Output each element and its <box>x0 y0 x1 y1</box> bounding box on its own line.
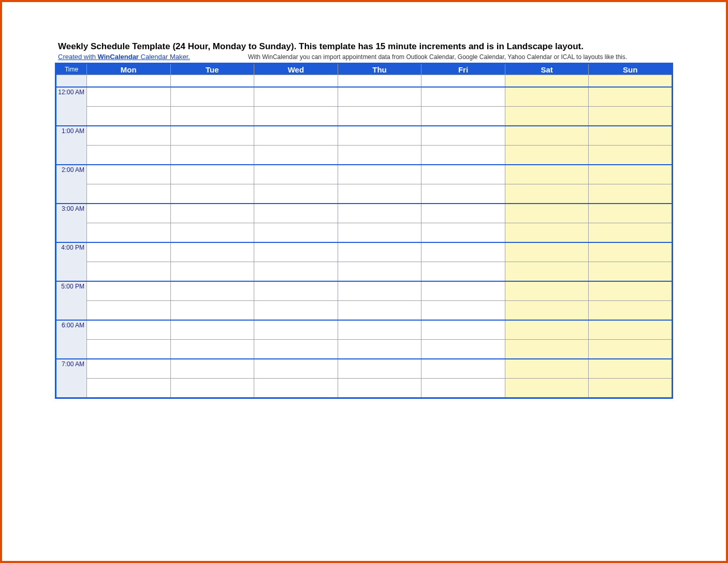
schedule-cell[interactable] <box>170 359 254 379</box>
schedule-cell[interactable] <box>421 281 505 301</box>
schedule-cell[interactable] <box>254 184 338 204</box>
schedule-cell[interactable] <box>421 340 505 359</box>
schedule-cell[interactable] <box>254 223 338 243</box>
schedule-cell[interactable] <box>505 281 589 301</box>
schedule-cell[interactable] <box>338 281 421 301</box>
schedule-cell[interactable] <box>589 281 673 301</box>
schedule-cell[interactable] <box>421 126 505 146</box>
schedule-cell[interactable] <box>338 107 421 126</box>
schedule-cell[interactable] <box>87 320 171 340</box>
schedule-cell[interactable] <box>505 242 589 262</box>
schedule-cell[interactable] <box>589 242 673 262</box>
schedule-cell[interactable] <box>421 379 505 398</box>
schedule-cell[interactable] <box>338 126 421 146</box>
schedule-cell[interactable] <box>338 75 421 88</box>
schedule-cell[interactable] <box>589 184 673 204</box>
schedule-cell[interactable] <box>170 223 254 243</box>
schedule-cell[interactable] <box>589 301 673 321</box>
schedule-cell[interactable] <box>254 165 338 184</box>
schedule-cell[interactable] <box>254 75 338 88</box>
schedule-cell[interactable] <box>87 107 171 126</box>
schedule-cell[interactable] <box>170 126 254 146</box>
schedule-cell[interactable] <box>254 242 338 262</box>
schedule-cell[interactable] <box>421 87 505 107</box>
schedule-cell[interactable] <box>589 165 673 184</box>
schedule-cell[interactable] <box>421 165 505 184</box>
schedule-cell[interactable] <box>505 340 589 359</box>
schedule-cell[interactable] <box>589 146 673 165</box>
schedule-cell[interactable] <box>505 165 589 184</box>
schedule-cell[interactable] <box>170 281 254 301</box>
schedule-cell[interactable] <box>421 146 505 165</box>
schedule-cell[interactable] <box>338 340 421 359</box>
schedule-cell[interactable] <box>505 184 589 204</box>
credit-link[interactable]: Created with WinCalendar Calendar Maker. <box>58 53 190 61</box>
schedule-cell[interactable] <box>254 281 338 301</box>
schedule-cell[interactable] <box>170 379 254 398</box>
schedule-cell[interactable] <box>421 184 505 204</box>
schedule-cell[interactable] <box>338 204 421 223</box>
schedule-cell[interactable] <box>87 359 171 379</box>
schedule-cell[interactable] <box>254 340 338 359</box>
schedule-cell[interactable] <box>170 184 254 204</box>
schedule-cell[interactable] <box>338 87 421 107</box>
schedule-cell[interactable] <box>589 75 673 88</box>
schedule-cell[interactable] <box>170 340 254 359</box>
schedule-cell[interactable] <box>254 359 338 379</box>
schedule-cell[interactable] <box>505 126 589 146</box>
schedule-cell[interactable] <box>589 262 673 282</box>
schedule-cell[interactable] <box>254 126 338 146</box>
schedule-cell[interactable] <box>170 146 254 165</box>
schedule-cell[interactable] <box>254 204 338 223</box>
schedule-cell[interactable] <box>505 107 589 126</box>
schedule-cell[interactable] <box>421 262 505 282</box>
schedule-cell[interactable] <box>338 165 421 184</box>
schedule-cell[interactable] <box>254 87 338 107</box>
schedule-cell[interactable] <box>421 75 505 88</box>
schedule-cell[interactable] <box>170 107 254 126</box>
schedule-cell[interactable] <box>87 262 171 282</box>
schedule-cell[interactable] <box>170 75 254 88</box>
schedule-cell[interactable] <box>338 379 421 398</box>
schedule-cell[interactable] <box>87 165 171 184</box>
schedule-cell[interactable] <box>338 242 421 262</box>
schedule-cell[interactable] <box>421 359 505 379</box>
schedule-cell[interactable] <box>338 301 421 321</box>
schedule-cell[interactable] <box>338 146 421 165</box>
schedule-cell[interactable] <box>254 301 338 321</box>
schedule-cell[interactable] <box>421 301 505 321</box>
schedule-cell[interactable] <box>589 340 673 359</box>
schedule-cell[interactable] <box>589 359 673 379</box>
schedule-cell[interactable] <box>338 223 421 243</box>
schedule-cell[interactable] <box>505 320 589 340</box>
schedule-cell[interactable] <box>505 146 589 165</box>
schedule-cell[interactable] <box>170 262 254 282</box>
schedule-cell[interactable] <box>505 262 589 282</box>
schedule-cell[interactable] <box>505 359 589 379</box>
schedule-cell[interactable] <box>87 242 171 262</box>
schedule-cell[interactable] <box>87 301 171 321</box>
schedule-cell[interactable] <box>254 107 338 126</box>
schedule-cell[interactable] <box>87 340 171 359</box>
schedule-cell[interactable] <box>87 146 171 165</box>
schedule-cell[interactable] <box>170 165 254 184</box>
schedule-cell[interactable] <box>87 126 171 146</box>
schedule-cell[interactable] <box>589 107 673 126</box>
schedule-cell[interactable] <box>338 359 421 379</box>
schedule-cell[interactable] <box>505 87 589 107</box>
schedule-cell[interactable] <box>589 223 673 243</box>
schedule-cell[interactable] <box>505 204 589 223</box>
schedule-cell[interactable] <box>254 379 338 398</box>
schedule-cell[interactable] <box>87 379 171 398</box>
schedule-cell[interactable] <box>338 262 421 282</box>
schedule-cell[interactable] <box>87 223 171 243</box>
schedule-cell[interactable] <box>421 107 505 126</box>
schedule-cell[interactable] <box>421 320 505 340</box>
schedule-cell[interactable] <box>589 320 673 340</box>
schedule-cell[interactable] <box>254 320 338 340</box>
schedule-cell[interactable] <box>505 379 589 398</box>
schedule-cell[interactable] <box>170 87 254 107</box>
schedule-cell[interactable] <box>87 87 171 107</box>
schedule-cell[interactable] <box>87 204 171 223</box>
schedule-cell[interactable] <box>589 126 673 146</box>
